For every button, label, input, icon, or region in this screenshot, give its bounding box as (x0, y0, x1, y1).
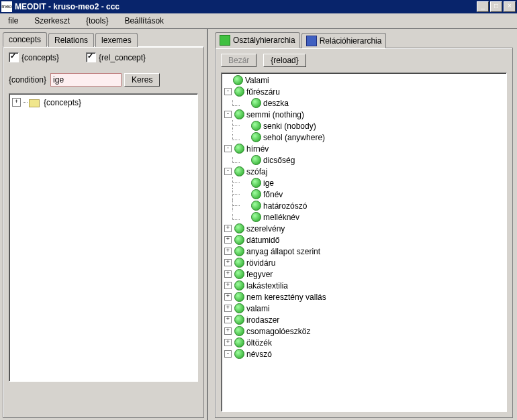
node-label: dicsőség (263, 156, 295, 165)
tree-node[interactable]: +fegyver (223, 268, 505, 280)
tree-node[interactable]: senki (nobody) (223, 120, 505, 132)
node-label: szófaj (246, 167, 267, 176)
collapse-icon[interactable]: - (224, 168, 232, 175)
expand-icon[interactable]: + (224, 259, 232, 266)
menu-file[interactable]: file (5, 15, 21, 27)
checkbox-icon (9, 52, 19, 62)
node-icon (234, 349, 244, 359)
tree-node[interactable]: főnév (223, 189, 505, 200)
right-pane: Osztályhierarchia Relációhierarchia Bezá… (208, 29, 517, 420)
tab-relaciohierarchia[interactable]: Relációhierarchia (301, 33, 387, 48)
condition-label: {condition} (9, 75, 46, 85)
menu-tools[interactable]: {tools} (83, 15, 111, 27)
tree-node[interactable]: melléknév (223, 211, 505, 223)
hierarchy-tree[interactable]: Valami-fűrészárudeszka-semmi (nothing)se… (221, 72, 507, 412)
left-tree[interactable]: + {concepts} (9, 93, 198, 382)
tab-osztalyhierarchia[interactable]: Osztályhierarchia (215, 32, 300, 48)
node-icon (233, 75, 243, 85)
expand-icon[interactable]: + (224, 293, 232, 301)
node-icon (234, 326, 244, 336)
menu-beallitasok[interactable]: Beállítások (122, 15, 167, 27)
node-icon (234, 235, 244, 245)
minimize-button[interactable]: _ (477, 1, 489, 12)
node-label: Valami (245, 76, 269, 85)
tab-lexemes[interactable]: lexemes (95, 33, 138, 47)
expand-icon[interactable]: + (224, 316, 232, 323)
tree-node[interactable]: sehol (anywhere) (223, 132, 505, 143)
check-rel-concept[interactable]: {rel_concept} (86, 52, 146, 62)
tree-node[interactable]: +irodaszer (223, 314, 505, 325)
tree-node[interactable]: +valami (223, 303, 505, 314)
tab-relations[interactable]: Relations (48, 33, 94, 47)
tree-root-label: {concepts} (44, 98, 81, 107)
node-icon (234, 258, 244, 268)
hierarchy-icon (220, 35, 230, 46)
tree-node[interactable]: -szófaj (223, 166, 505, 177)
node-label: irodaszer (246, 315, 279, 325)
tree-node[interactable]: +nem keresztény vallás (223, 291, 505, 303)
maximize-button[interactable]: □ (490, 1, 502, 12)
tree-node[interactable]: dicsőség (223, 154, 505, 166)
tree-node[interactable]: +szerelvény (223, 223, 505, 234)
tab-concepts[interactable]: concepts (3, 32, 47, 47)
node-label: deszka (263, 99, 289, 108)
tree-node[interactable]: -fűrészáru (223, 86, 505, 97)
tree-node[interactable]: +öltözék (223, 337, 505, 348)
keres-button[interactable]: Keres (124, 73, 160, 87)
node-label: határozószó (263, 201, 307, 211)
tree-root[interactable]: + {concepts} (12, 97, 195, 108)
node-label: sehol (anywhere) (263, 133, 325, 142)
node-label: szerelvény (246, 224, 285, 233)
node-label: rövidáru (246, 258, 275, 268)
node-icon (251, 132, 261, 142)
tree-node[interactable]: +lakástextilia (223, 280, 505, 291)
expand-icon[interactable]: + (12, 98, 21, 107)
expand-icon[interactable]: + (224, 248, 232, 255)
node-label: fegyver (246, 270, 273, 279)
node-label: semmi (nothing) (246, 110, 304, 119)
tree-node[interactable]: határozószó (223, 200, 505, 211)
node-label: főnév (263, 190, 283, 199)
node-label: dátumidő (246, 235, 279, 245)
collapse-icon[interactable]: - (224, 145, 232, 152)
check-concepts-label: {concepts} (21, 53, 59, 62)
collapse-icon[interactable]: - (224, 88, 232, 95)
tree-node[interactable]: +csomagolóeszköz (223, 325, 505, 337)
tree-node[interactable]: +rövidáru (223, 257, 505, 268)
expand-icon[interactable]: + (224, 305, 232, 312)
menu-szerkeszt[interactable]: Szerkeszt (32, 15, 73, 27)
tree-node[interactable]: -névszó (223, 348, 505, 360)
tree-node[interactable]: +dátumidő (223, 234, 505, 246)
collapse-icon[interactable]: - (224, 350, 232, 358)
node-label: fűrészáru (246, 87, 280, 97)
check-concepts[interactable]: {concepts} (9, 52, 59, 62)
menu-bar: file Szerkeszt {tools} Beállítások (0, 13, 517, 29)
tree-node[interactable]: +anyag állapot szerint (223, 246, 505, 257)
tree-node[interactable]: ige (223, 177, 505, 189)
node-icon (251, 189, 261, 199)
expand-icon[interactable]: + (224, 225, 232, 232)
condition-input[interactable] (50, 73, 122, 87)
tree-node[interactable]: deszka (223, 97, 505, 109)
tab-relacio-label: Relációhierarchia (320, 36, 382, 46)
bezar-button[interactable]: Bezár (221, 54, 256, 67)
checkbox-icon (86, 52, 96, 62)
expand-icon[interactable]: + (224, 339, 232, 346)
node-icon (251, 201, 261, 211)
close-button[interactable]: × (504, 1, 516, 12)
node-icon (234, 303, 244, 313)
expand-icon[interactable]: + (224, 236, 232, 244)
expand-icon[interactable]: + (224, 270, 232, 278)
tree-node[interactable]: -hírnév (223, 143, 505, 154)
tree-node[interactable]: Valami (223, 74, 505, 86)
node-label: ige (263, 178, 274, 188)
node-icon (234, 315, 244, 325)
node-icon (251, 155, 261, 165)
reload-button[interactable]: {reload} (263, 54, 306, 67)
node-icon (234, 280, 244, 291)
tree-node[interactable]: -semmi (nothing) (223, 109, 505, 120)
collapse-icon[interactable]: - (224, 111, 232, 118)
node-icon (251, 178, 261, 188)
expand-icon[interactable]: + (224, 282, 232, 289)
expand-icon[interactable]: + (224, 327, 232, 335)
